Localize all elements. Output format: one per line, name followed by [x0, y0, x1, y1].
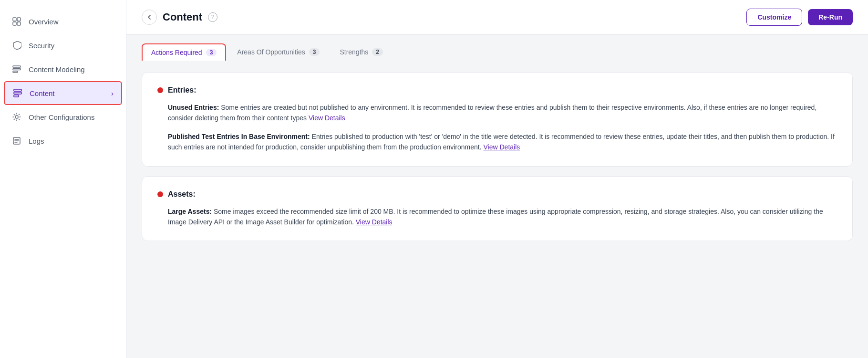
tab-strengths-badge: 2: [372, 48, 383, 56]
unused-entries-text: Some entries are created but not publish…: [168, 104, 816, 122]
unused-entries-view-details[interactable]: View Details: [309, 114, 345, 122]
content-area: Entries: Unused Entries: Some entries ar…: [126, 61, 868, 358]
entries-card: Entries: Unused Entries: Some entries ar…: [142, 72, 853, 167]
tab-actions-required[interactable]: Actions Required 3: [142, 43, 226, 61]
entries-dot: [157, 87, 163, 93]
logs-icon: [11, 136, 22, 146]
svg-rect-3: [17, 22, 21, 25]
svg-rect-9: [14, 95, 19, 97]
assets-card-title: Assets:: [168, 190, 196, 199]
sidebar-item-other-configurations-label: Other Configurations: [29, 113, 94, 121]
assets-card-title-row: Assets:: [157, 190, 837, 199]
security-icon: [11, 40, 22, 51]
help-icon[interactable]: ?: [208, 12, 217, 22]
svg-rect-7: [14, 89, 21, 91]
assets-card: Assets: Large Assets: Some images exceed…: [142, 176, 853, 242]
large-assets-block: Large Assets: Some images exceed the rec…: [168, 206, 837, 228]
entries-card-title-row: Entries:: [157, 86, 837, 95]
sidebar-item-overview-label: Overview: [29, 18, 59, 26]
tab-areas-of-opportunities[interactable]: Areas Of Opportunities 3: [228, 43, 329, 61]
published-test-entries-block: Published Test Entries In Base Environme…: [168, 131, 837, 153]
entries-card-title: Entries:: [168, 86, 196, 95]
header-right: Customize Re-Run: [746, 9, 853, 26]
tab-areas-label: Areas Of Opportunities: [237, 48, 305, 56]
sidebar-item-content[interactable]: Content ›: [4, 81, 122, 105]
page-header: Content ? Customize Re-Run: [126, 0, 868, 35]
unused-entries-label: Unused Entries:: [168, 104, 221, 111]
svg-rect-5: [13, 69, 21, 70]
tab-actions-required-badge: 3: [206, 49, 217, 56]
published-test-entries-view-details[interactable]: View Details: [484, 143, 520, 151]
customize-button[interactable]: Customize: [746, 9, 802, 26]
svg-rect-1: [17, 18, 21, 21]
other-configurations-icon: [11, 112, 22, 122]
sidebar-item-content-label: Content: [30, 89, 55, 97]
entries-card-body: Unused Entries: Some entries are created…: [157, 102, 837, 153]
sidebar-item-security[interactable]: Security: [0, 33, 126, 57]
content-icon: [12, 88, 23, 98]
svg-rect-8: [14, 92, 21, 94]
svg-rect-2: [13, 22, 16, 25]
sidebar-item-overview[interactable]: Overview: [0, 10, 126, 33]
overview-icon: [11, 16, 22, 27]
tabs-bar: Actions Required 3 Areas Of Opportunitie…: [126, 35, 868, 61]
svg-rect-4: [13, 66, 21, 67]
large-assets-view-details[interactable]: View Details: [356, 218, 393, 226]
assets-dot: [157, 191, 163, 197]
svg-rect-0: [13, 18, 16, 21]
sidebar-item-logs-label: Logs: [29, 137, 44, 145]
sidebar: Overview Security Content Modeling: [0, 0, 126, 358]
sidebar-item-content-modeling[interactable]: Content Modeling: [0, 57, 126, 81]
header-left: Content ?: [142, 10, 217, 25]
rerun-button[interactable]: Re-Run: [808, 9, 853, 25]
large-assets-label: Large Assets:: [168, 208, 214, 215]
svg-point-10: [15, 116, 18, 118]
chevron-right-icon: ›: [111, 89, 114, 97]
unused-entries-block: Unused Entries: Some entries are created…: [168, 102, 837, 124]
tab-areas-badge: 3: [309, 48, 320, 56]
svg-rect-6: [13, 71, 18, 73]
large-assets-text: Some images exceed the recommended size …: [168, 208, 823, 226]
assets-card-body: Large Assets: Some images exceed the rec…: [157, 206, 837, 228]
back-button[interactable]: [142, 10, 157, 25]
sidebar-item-security-label: Security: [29, 42, 54, 50]
sidebar-item-other-configurations[interactable]: Other Configurations: [0, 105, 126, 129]
main-content: Content ? Customize Re-Run Actions Requi…: [126, 0, 868, 358]
content-modeling-icon: [11, 64, 22, 74]
tab-strengths-label: Strengths: [340, 48, 368, 56]
tab-strengths[interactable]: Strengths 2: [331, 43, 392, 61]
sidebar-item-content-modeling-label: Content Modeling: [29, 65, 85, 74]
sidebar-item-logs[interactable]: Logs: [0, 129, 126, 153]
tab-actions-required-label: Actions Required: [151, 49, 202, 56]
published-test-entries-label: Published Test Entries In Base Environme…: [168, 133, 312, 140]
page-title: Content: [163, 11, 202, 23]
